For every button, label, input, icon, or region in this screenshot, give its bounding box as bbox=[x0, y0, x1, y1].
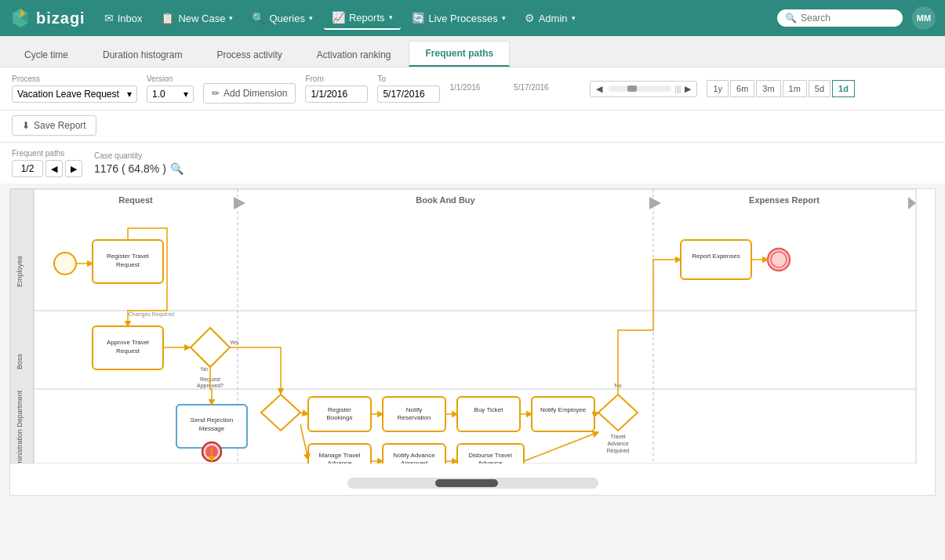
process-select-arrow: ▾ bbox=[127, 89, 132, 100]
add-dimension-btn[interactable]: ✏ Add Dimension bbox=[203, 83, 296, 104]
frequent-paths-label: Frequent paths bbox=[12, 149, 82, 158]
logo: bizagi bbox=[9, 7, 85, 29]
queries-icon: 🔍 bbox=[252, 12, 265, 24]
live-processes-icon: 🔄 bbox=[412, 12, 425, 24]
svg-text:Employee: Employee bbox=[16, 256, 24, 287]
svg-text:Manage Travel: Manage Travel bbox=[319, 452, 361, 459]
svg-rect-55 bbox=[457, 397, 520, 431]
from-label: From bbox=[305, 75, 368, 83]
svg-text:Message: Message bbox=[199, 425, 225, 432]
logo-icon bbox=[9, 7, 31, 29]
from-group: From bbox=[305, 75, 368, 103]
save-row: ⬇ Save Report bbox=[0, 111, 945, 143]
header: bizagi ✉ Inbox 📋 New Case ▾ 🔍 Queries ▾ … bbox=[0, 0, 945, 36]
svg-text:Advance: Advance bbox=[478, 460, 503, 464]
svg-text:Send Rejection: Send Rejection bbox=[191, 416, 233, 424]
path-counter: 1/2 bbox=[12, 160, 43, 177]
path-controls-row: Frequent paths 1/2 ◀ ▶ Case quantity 117… bbox=[0, 143, 945, 184]
range-5d[interactable]: 5d bbox=[809, 80, 831, 97]
svg-text:Request: Request bbox=[116, 261, 140, 268]
reports-arrow: ▾ bbox=[389, 13, 393, 21]
tab-cycle-time[interactable]: Cycle time bbox=[8, 42, 85, 67]
svg-text:Report Expenses: Report Expenses bbox=[692, 253, 740, 260]
svg-rect-26 bbox=[681, 240, 751, 279]
path-nav: 1/2 ◀ ▶ bbox=[12, 160, 82, 177]
save-icon: ⬇ bbox=[22, 120, 30, 131]
svg-text:Reservation: Reservation bbox=[398, 414, 431, 421]
logo-text: bizagi bbox=[36, 9, 85, 27]
svg-text:Register Travel: Register Travel bbox=[107, 253, 149, 260]
reports-icon: 📈 bbox=[332, 11, 345, 24]
case-search-icon[interactable]: 🔍 bbox=[170, 162, 184, 175]
range-1m[interactable]: 1m bbox=[783, 80, 807, 97]
tab-activation-ranking[interactable]: Activation ranking bbox=[300, 42, 408, 67]
timeline-controls: 1/1/2016 5/17/2016 bbox=[449, 89, 580, 98]
diagram-container: Employee Boss Administration Department … bbox=[9, 188, 936, 496]
timeline-mini: ◀ ||| ▶ bbox=[590, 81, 698, 97]
svg-text:Required: Required bbox=[607, 448, 630, 454]
new-case-arrow: ▾ bbox=[229, 14, 233, 22]
scrollbar-thumb bbox=[435, 479, 498, 487]
case-quantity-label: Case quantity bbox=[94, 151, 184, 160]
tabs-bar: Cycle time Duration histogram Process ac… bbox=[0, 36, 945, 67]
svg-text:Notify: Notify bbox=[406, 406, 422, 413]
admin-arrow: ▾ bbox=[572, 14, 576, 22]
range-3m[interactable]: 3m bbox=[756, 80, 780, 97]
tab-duration-histogram[interactable]: Duration histogram bbox=[86, 42, 198, 67]
path-next-btn[interactable]: ▶ bbox=[65, 160, 82, 177]
nav-queries[interactable]: 🔍 Queries ▾ bbox=[244, 7, 321, 29]
add-dimension-icon: ✏ bbox=[212, 88, 220, 99]
from-input[interactable] bbox=[305, 85, 368, 103]
version-select-arrow: ▾ bbox=[184, 89, 188, 100]
search-icon: 🔍 bbox=[785, 13, 797, 24]
range-1y[interactable]: 1y bbox=[707, 80, 729, 97]
case-quantity-group: Case quantity 1176 ( 64.8% ) 🔍 bbox=[94, 151, 184, 175]
scroll-area bbox=[10, 471, 935, 495]
nav-reports[interactable]: 📈 Reports ▾ bbox=[324, 6, 401, 30]
to-group: To bbox=[377, 75, 440, 103]
svg-text:Notify Advance: Notify Advance bbox=[393, 452, 435, 459]
to-input[interactable] bbox=[377, 85, 440, 103]
tab-process-activity[interactable]: Process activity bbox=[200, 42, 298, 67]
svg-text:Expenses Report: Expenses Report bbox=[749, 195, 820, 205]
svg-text:Book And Buy: Book And Buy bbox=[416, 195, 475, 205]
search-input[interactable] bbox=[801, 13, 895, 24]
nav-live-processes[interactable]: 🔄 Live Processes ▾ bbox=[404, 7, 514, 29]
process-label: Process bbox=[12, 75, 137, 83]
frequent-paths-group: Frequent paths 1/2 ◀ ▶ bbox=[12, 149, 82, 177]
tl-prev-btn[interactable]: ◀ bbox=[594, 83, 605, 95]
svg-text:Advance: Advance bbox=[327, 460, 352, 464]
range-1d[interactable]: 1d bbox=[832, 80, 855, 97]
svg-text:Approved: Approved bbox=[401, 460, 427, 464]
search-bar[interactable]: 🔍 bbox=[777, 9, 903, 27]
scrollbar-track[interactable] bbox=[347, 478, 598, 489]
tl-thumb bbox=[627, 85, 637, 92]
nav-inbox[interactable]: ✉ Inbox bbox=[96, 7, 151, 29]
tl-next-btn[interactable]: ▶ bbox=[682, 83, 693, 95]
tab-frequent-paths[interactable]: Frequent paths bbox=[409, 41, 510, 67]
nav-admin[interactable]: ⚙ Admin ▾ bbox=[517, 7, 583, 29]
svg-text:Buy Ticket: Buy Ticket bbox=[474, 406, 504, 413]
range-6m[interactable]: 6m bbox=[730, 80, 754, 97]
save-report-button[interactable]: ⬇ Save Report bbox=[12, 115, 96, 136]
svg-text:Changes Required: Changes Required bbox=[129, 311, 174, 318]
svg-text:Disburse Travel: Disburse Travel bbox=[468, 452, 512, 459]
diagram-svg: Employee Boss Administration Department … bbox=[10, 189, 935, 471]
svg-text:Travel: Travel bbox=[610, 434, 626, 439]
svg-text:Register: Register bbox=[328, 406, 351, 413]
svg-text:Administration Department: Administration Department bbox=[16, 390, 24, 464]
path-prev-btn[interactable]: ◀ bbox=[45, 160, 63, 177]
svg-text:Request: Request bbox=[118, 195, 153, 205]
process-select[interactable]: Vacation Leave Request ▾ bbox=[12, 85, 137, 103]
nav-new-case[interactable]: 📋 New Case ▾ bbox=[153, 7, 241, 29]
new-case-icon: 📋 bbox=[161, 12, 174, 24]
svg-rect-57 bbox=[532, 397, 594, 431]
live-processes-arrow: ▾ bbox=[502, 14, 506, 22]
version-label: Version bbox=[147, 75, 194, 83]
svg-text:Yes: Yes bbox=[230, 340, 239, 345]
version-select[interactable]: 1.0 ▾ bbox=[147, 85, 194, 103]
queries-arrow: ▾ bbox=[309, 14, 313, 22]
svg-text:Boss: Boss bbox=[16, 353, 24, 369]
avatar[interactable]: MM bbox=[912, 6, 936, 30]
admin-icon: ⚙ bbox=[525, 12, 535, 24]
